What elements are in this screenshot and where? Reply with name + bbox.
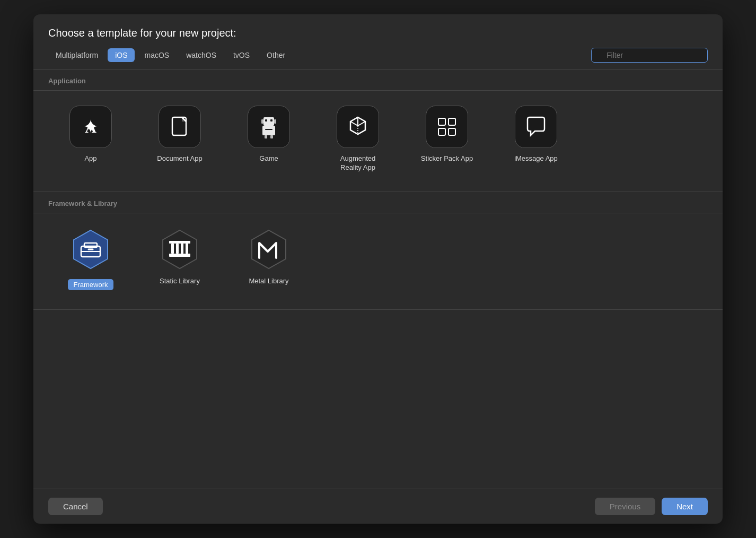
template-game[interactable]: Game <box>226 99 311 179</box>
metal-library-icon-wrapper <box>248 228 290 271</box>
svg-rect-18 <box>449 118 455 125</box>
ar-app-icon <box>345 114 371 140</box>
metal-library-hex-icon <box>248 228 290 271</box>
template-framework[interactable]: Framework <box>48 222 133 297</box>
imessage-app-label: iMessage App <box>514 154 558 163</box>
framework-icon-wrapper <box>69 228 112 271</box>
sticker-app-icon <box>434 114 460 140</box>
app-label: App <box>84 154 96 163</box>
svg-rect-31 <box>181 244 183 254</box>
template-app[interactable]: ✦ A App <box>48 99 133 179</box>
framework-library-section-header: Framework & Library <box>33 192 723 213</box>
svg-rect-4 <box>261 119 263 124</box>
game-icon-wrapper <box>248 106 290 148</box>
svg-rect-27 <box>169 254 190 257</box>
svg-rect-19 <box>438 128 445 135</box>
svg-rect-5 <box>274 119 276 124</box>
content-area: Application ✦ A App <box>33 70 723 489</box>
filter-wrapper: ⊜ <box>591 48 708 63</box>
template-ar-app[interactable]: AugmentedReality App <box>315 99 400 179</box>
application-section-header: Application <box>33 70 723 90</box>
template-static-library[interactable]: Static Library <box>137 222 222 297</box>
filter-container: ⊜ <box>591 48 708 63</box>
svg-rect-28 <box>169 241 190 244</box>
previous-button[interactable]: Previous <box>595 498 655 515</box>
bottom-bar: Cancel Previous Next <box>33 489 723 524</box>
static-library-icon-wrapper <box>159 228 201 271</box>
svg-rect-10 <box>270 119 272 122</box>
svg-rect-3 <box>263 117 274 126</box>
dialog-title: Choose a template for your new project: <box>33 14 723 48</box>
framework-label-badge: Framework <box>68 279 113 290</box>
tab-macos[interactable]: macOS <box>137 48 177 62</box>
svg-rect-6 <box>262 126 275 135</box>
template-sticker-app[interactable]: Sticker Pack App <box>405 99 489 179</box>
nav-button-group: Previous Next <box>595 498 708 515</box>
svg-line-14 <box>350 122 358 126</box>
framework-library-template-grid: Framework <box>48 222 708 297</box>
document-app-icon <box>168 115 191 138</box>
app-icon: ✦ A <box>79 115 102 138</box>
document-app-label: Document App <box>157 154 202 163</box>
svg-text:A: A <box>85 118 96 136</box>
metal-library-label: Metal Library <box>249 277 288 286</box>
svg-rect-32 <box>186 244 188 254</box>
svg-rect-20 <box>449 128 455 135</box>
filter-input[interactable] <box>591 48 708 63</box>
svg-marker-26 <box>163 230 197 268</box>
application-template-grid: ✦ A App <box>48 99 708 179</box>
framework-library-section-body: Framework <box>33 213 723 309</box>
svg-rect-29 <box>171 244 174 254</box>
svg-rect-8 <box>270 135 273 138</box>
tab-other[interactable]: Other <box>259 48 293 62</box>
next-button[interactable]: Next <box>662 498 708 515</box>
tab-tvos[interactable]: tvOS <box>226 48 257 62</box>
svg-rect-30 <box>176 244 179 254</box>
sticker-app-label: Sticker Pack App <box>421 154 473 163</box>
svg-rect-17 <box>438 118 445 125</box>
ar-app-icon-wrapper <box>337 106 379 148</box>
imessage-app-icon <box>523 114 549 140</box>
tab-ios[interactable]: iOS <box>108 48 135 62</box>
application-section-body: ✦ A App <box>33 90 723 192</box>
svg-rect-7 <box>265 135 267 138</box>
svg-rect-9 <box>265 119 267 122</box>
static-library-label: Static Library <box>160 277 200 286</box>
cancel-button[interactable]: Cancel <box>48 498 103 515</box>
document-app-icon-wrapper <box>159 106 201 148</box>
ar-app-label: AugmentedReality App <box>340 154 376 172</box>
framework-hex-icon <box>69 228 112 271</box>
template-dialog: Choose a template for your new project: … <box>33 14 723 524</box>
static-library-hex-icon <box>159 228 201 271</box>
template-imessage-app[interactable]: iMessage App <box>494 99 578 179</box>
tab-watchos[interactable]: watchOS <box>179 48 224 62</box>
app-icon-wrapper: ✦ A <box>69 106 112 148</box>
svg-line-15 <box>358 122 365 126</box>
sticker-app-icon-wrapper <box>426 106 468 148</box>
imessage-app-icon-wrapper <box>515 106 557 148</box>
tab-bar: Multiplatform iOS macOS watchOS tvOS Oth… <box>33 48 723 70</box>
template-document-app[interactable]: Document App <box>137 99 222 179</box>
tab-multiplatform[interactable]: Multiplatform <box>48 48 106 62</box>
svg-rect-11 <box>265 129 272 130</box>
application-section: Application ✦ A App <box>33 70 723 192</box>
framework-library-section: Framework & Library <box>33 192 723 310</box>
game-label: Game <box>259 154 278 163</box>
game-icon <box>256 114 282 140</box>
template-metal-library[interactable]: Metal Library <box>226 222 311 297</box>
